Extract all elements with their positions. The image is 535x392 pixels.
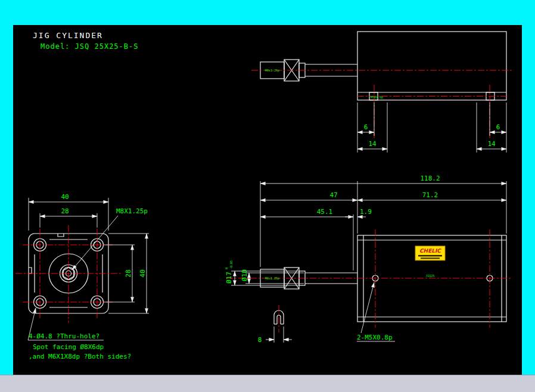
side-view-geometry	[260, 235, 506, 324]
dim-right-port-pitch: 14	[487, 140, 496, 148]
dim-gap: 1.9	[360, 208, 372, 216]
body-model-code: JSQ25	[425, 274, 434, 278]
svg-text:28: 28	[125, 269, 132, 277]
svg-text:Ø17: Ø17	[225, 272, 233, 284]
logo-fineprint-bar	[418, 255, 442, 257]
dim-front-length: 47	[329, 191, 337, 199]
ports-callout: 2-M5X0.8p	[357, 334, 393, 341]
front-view-dimension-lines	[28, 198, 149, 340]
side-view-dimension-lines	[231, 181, 506, 343]
page-title: JIG CYLINDER	[33, 31, 103, 40]
dim-body-length: 71.2	[422, 191, 438, 199]
top-view-geometry	[260, 32, 506, 100]
dim-width-inner: 28	[61, 207, 69, 215]
port-thread-callout: M5X0.8p	[371, 95, 383, 99]
dim-total-length: 118.2	[420, 175, 440, 182]
drawing-canvas[interactable]: JIG CYLINDER Model: JSQ 25X25-B-S	[13, 25, 522, 375]
collar-diameter-label: Ø17 0 -0.05	[225, 260, 233, 284]
dim-height-inner: 28	[125, 269, 132, 277]
dim-width-outer: 40	[61, 193, 69, 201]
logo-fineprint-bar	[421, 258, 440, 259]
note-both-sides: ,and M6X1X8dp ?Both sides?	[29, 353, 131, 360]
dim-left-port-pitch: 14	[368, 140, 377, 148]
dim-rod-extension: 45.1	[317, 208, 333, 216]
dim-right-port-offset: 6	[496, 123, 500, 131]
rod-thread-callout-side: M8x1.25p	[265, 276, 279, 281]
side-view: 118.2 47 71.2 45.1 1.9 Ø17 0 -0.05 Ø10 8…	[225, 175, 512, 344]
dim-flats-width: 8	[258, 336, 262, 344]
svg-text:-0.05: -0.05	[229, 260, 233, 269]
center-thread-callout: M8X1.25p	[116, 207, 148, 215]
note-thru-hole: 4-Ø4.8 ?Thru-hole?	[29, 332, 99, 340]
svg-text:Ø10: Ø10	[241, 269, 248, 281]
rod-diameter-label: Ø10	[241, 269, 248, 281]
dim-left-port-offset: 6	[364, 123, 368, 131]
note-spot-facing: Spot facing Ø8X6dp	[33, 343, 104, 351]
top-view-centerlines	[251, 70, 514, 138]
model-label: Model: JSQ 25X25-B-S	[41, 42, 139, 51]
status-bar	[0, 375, 535, 392]
front-view: 40 28 28 40 M8X1.25p 4-Ø4.8 ?Thru-hole? …	[15, 193, 149, 360]
cad-drawing: JIG CYLINDER Model: JSQ 25X25-B-S	[13, 25, 522, 375]
rod-thread-callout: M8x1.25p	[265, 69, 279, 73]
chelic-logo: CHELIC	[415, 246, 445, 260]
top-view: 6 14 6 14 M8x1.25p M5X0.8p	[251, 32, 514, 153]
svg-text:0: 0	[225, 267, 228, 269]
logo-brand-text: CHELIC	[419, 248, 441, 254]
top-view-dimension-lines	[357, 102, 506, 153]
svg-text:40: 40	[139, 269, 147, 277]
front-view-centerlines	[15, 225, 122, 323]
dim-height-outer: 40	[139, 269, 147, 277]
